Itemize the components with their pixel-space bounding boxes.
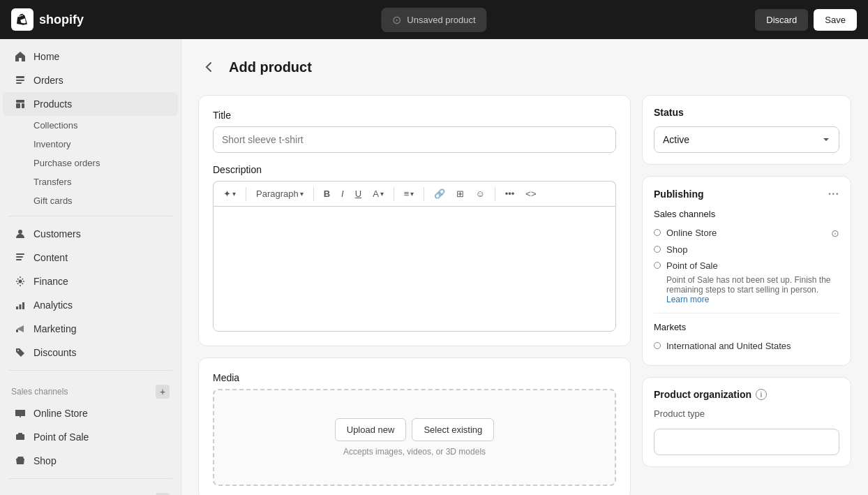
upload-new-btn[interactable]: Upload new bbox=[335, 418, 407, 441]
channel-dot-pos bbox=[654, 262, 661, 269]
link-btn[interactable]: 🔗 bbox=[430, 186, 449, 202]
customers-icon bbox=[14, 228, 27, 240]
right-column: Status Active Draft Publishing ··· Sales… bbox=[642, 95, 851, 495]
layout: Home Orders Products Collections Invento… bbox=[0, 39, 868, 495]
market-dot bbox=[654, 342, 661, 349]
svg-point-7 bbox=[19, 280, 22, 283]
back-button[interactable] bbox=[198, 56, 220, 78]
sidebar-sub-transfers[interactable]: Transfers bbox=[3, 172, 178, 191]
sidebar-label-finance: Finance bbox=[33, 276, 68, 287]
sidebar-label-home: Home bbox=[33, 51, 59, 62]
media-hint: Accepts images, videos, or 3D models bbox=[228, 447, 601, 457]
svg-rect-1 bbox=[16, 80, 24, 81]
publishing-card: Publishing ··· Sales channels Online Sto… bbox=[642, 176, 851, 366]
sidebar-item-finance[interactable]: Finance bbox=[3, 269, 178, 293]
channel-online-store: Online Store ⊙ bbox=[654, 225, 839, 242]
sidebar-sub-purchase-orders[interactable]: Purchase orders bbox=[3, 154, 178, 172]
markets-title: Markets bbox=[654, 322, 839, 332]
discard-button[interactable]: Discard bbox=[755, 9, 808, 31]
paragraph-btn[interactable]: Paragraph ▾ bbox=[252, 186, 308, 202]
more-btn[interactable]: ••• bbox=[501, 186, 519, 202]
page-header: Add product bbox=[198, 56, 851, 78]
publishing-more-btn[interactable]: ··· bbox=[828, 188, 839, 200]
sidebar-item-online-store[interactable]: Online Store bbox=[3, 401, 178, 425]
learn-more-link[interactable]: Learn more bbox=[654, 295, 839, 304]
marketing-icon bbox=[14, 323, 27, 335]
sidebar-item-discounts[interactable]: Discounts bbox=[3, 341, 178, 364]
sidebar-label-marketing: Marketing bbox=[33, 323, 76, 334]
sidebar-label-orders: Orders bbox=[33, 75, 63, 86]
sidebar-label-analytics: Analytics bbox=[33, 300, 73, 311]
text-color-btn[interactable]: A ▾ bbox=[368, 186, 388, 202]
media-card: Media Upload new Select existing Accepts… bbox=[198, 357, 631, 495]
discounts-icon bbox=[14, 346, 27, 359]
logo: shopify bbox=[11, 8, 84, 31]
pos-icon bbox=[14, 431, 27, 443]
sidebar-item-marketing[interactable]: Marketing bbox=[3, 317, 178, 341]
channel-pos: Point of Sale bbox=[654, 258, 839, 274]
channel-dot-online-store bbox=[654, 229, 661, 236]
sidebar-label-customers: Customers bbox=[33, 228, 81, 239]
channel-name-shop: Shop bbox=[666, 244, 839, 255]
table-btn[interactable]: ⊞ bbox=[452, 186, 468, 202]
sidebar-sub-collections[interactable]: Collections bbox=[3, 116, 178, 135]
unsaved-icon: ⊙ bbox=[392, 13, 401, 27]
sidebar-item-content[interactable]: Content bbox=[3, 246, 178, 269]
channel-settings-icon[interactable]: ⊙ bbox=[831, 228, 839, 239]
svg-rect-2 bbox=[16, 82, 22, 84]
sales-channels-label: Sales channels bbox=[654, 209, 839, 219]
media-label: Media bbox=[213, 372, 616, 383]
svg-rect-0 bbox=[16, 76, 24, 78]
sidebar-label-content: Content bbox=[33, 252, 68, 263]
sidebar-label-discounts: Discounts bbox=[33, 347, 76, 358]
sidebar-item-pos[interactable]: Point of Sale bbox=[3, 425, 178, 449]
channel-name-pos: Point of Sale bbox=[666, 260, 839, 271]
add-sales-channel-btn[interactable]: + bbox=[156, 385, 170, 399]
emoji-btn[interactable]: ☺ bbox=[471, 186, 488, 202]
sidebar-item-orders[interactable]: Orders bbox=[3, 68, 178, 92]
italic-btn[interactable]: I bbox=[337, 186, 348, 202]
magic-icon: ✦ bbox=[223, 189, 231, 199]
unsaved-banner: ⊙ Unsaved product bbox=[381, 8, 486, 32]
save-button[interactable]: Save bbox=[814, 9, 857, 31]
magic-chevron: ▾ bbox=[232, 190, 236, 198]
sidebar-sub-inventory[interactable]: Inventory bbox=[3, 135, 178, 154]
sidebar-sub-gift-cards[interactable]: Gift cards bbox=[3, 191, 178, 210]
sidebar-item-analytics[interactable]: Analytics bbox=[3, 293, 178, 317]
underline-btn[interactable]: U bbox=[351, 186, 366, 202]
magic-btn[interactable]: ✦ ▾ bbox=[219, 186, 240, 202]
toolbar-divider-4 bbox=[424, 187, 424, 201]
svg-rect-13 bbox=[18, 433, 22, 435]
topbar: shopify ⊙ Unsaved product Discard Save bbox=[0, 0, 868, 39]
bold-btn[interactable]: B bbox=[320, 186, 334, 202]
select-existing-btn[interactable]: Select existing bbox=[412, 418, 494, 441]
topbar-actions: Discard Save bbox=[755, 9, 857, 31]
sidebar-item-products[interactable]: Products bbox=[3, 92, 178, 116]
sidebar-item-shop[interactable]: Shop bbox=[3, 449, 178, 473]
channel-shop: Shop bbox=[654, 242, 839, 258]
sales-channels-section: Sales channels + bbox=[0, 376, 181, 401]
main-content: Add product Title Description ✦ ▾ bbox=[181, 39, 868, 495]
sidebar-item-customers[interactable]: Customers bbox=[3, 222, 178, 246]
status-select[interactable]: Active Draft bbox=[654, 126, 839, 153]
info-icon[interactable]: i bbox=[756, 389, 767, 400]
product-org-title: Product organization bbox=[654, 389, 751, 400]
code-btn[interactable]: <> bbox=[521, 186, 540, 202]
sidebar-item-home[interactable]: Home bbox=[3, 45, 178, 68]
divider3 bbox=[8, 478, 172, 479]
title-description-card: Title Description ✦ ▾ Paragraph bbox=[198, 95, 631, 346]
toolbar-divider-1 bbox=[246, 187, 246, 201]
svg-rect-6 bbox=[16, 259, 22, 260]
title-input[interactable] bbox=[213, 126, 616, 153]
product-type-input[interactable] bbox=[654, 429, 839, 455]
finance-icon bbox=[14, 275, 27, 288]
description-editor[interactable] bbox=[213, 206, 616, 332]
svg-rect-11 bbox=[16, 330, 18, 332]
analytics-icon bbox=[14, 299, 27, 311]
status-card: Status Active Draft bbox=[642, 95, 851, 165]
description-label: Description bbox=[213, 164, 616, 175]
channel-dot-shop bbox=[654, 246, 661, 253]
products-icon bbox=[14, 98, 27, 110]
svg-rect-5 bbox=[16, 256, 23, 258]
align-btn[interactable]: ≡ ▾ bbox=[400, 186, 419, 202]
